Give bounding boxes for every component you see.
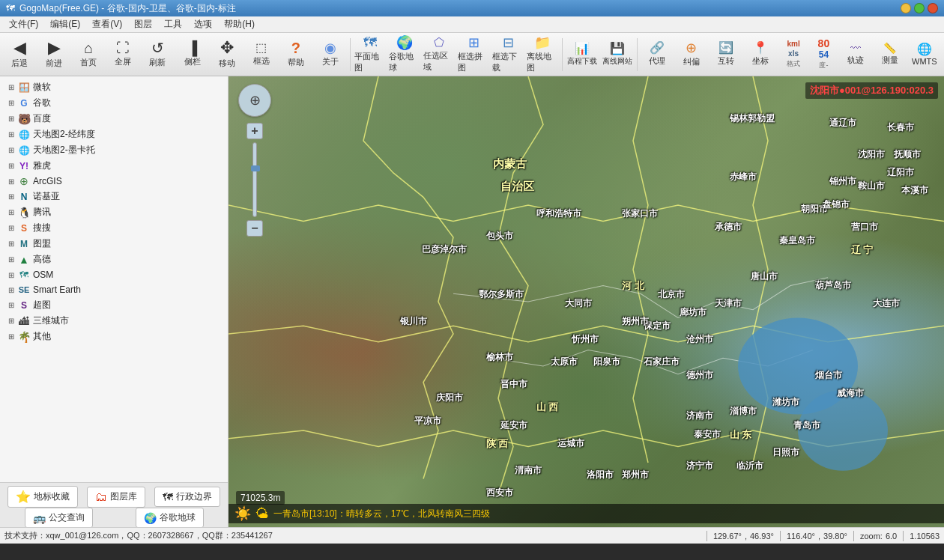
maplayer-button[interactable]: 🗂 图层库 (87, 487, 145, 508)
help-button[interactable]: ? 帮助 (279, 35, 312, 74)
tree-item-gaode[interactable]: ⊞ ▲ 高德 (0, 252, 228, 267)
kml-button[interactable]: kml xls 格式 (778, 35, 808, 74)
measure-button[interactable]: 📏 测量 (874, 35, 907, 74)
freeselect-icon: ⬠ (434, 37, 444, 49)
tree-item-skymap2-latlon[interactable]: ⊞ 🌐 天地图2-经纬度 (0, 127, 228, 142)
tree-item-osm[interactable]: ⊞ 🗺 OSM (0, 267, 228, 282)
tree-item-city3d[interactable]: ⊞ 🏙 三维城市 (0, 313, 228, 329)
track-icon: 〰 (850, 43, 861, 53)
freeselect-button[interactable]: ⬠ 任选区域 (423, 35, 456, 74)
proxy-button[interactable]: 🔗 代理 (641, 35, 674, 74)
skymap2-latlon-icon: 🌐 (18, 129, 30, 141)
zoom-slider[interactable] (252, 142, 257, 217)
wmts-label: WMTS (912, 57, 937, 66)
coord-display: 沈阳市●001@126.190:020.3 (805, 82, 938, 99)
tree-item-mapabc[interactable]: ⊞ M 图盟 (0, 236, 228, 252)
expand-icon: ⊞ (6, 284, 16, 295)
interact-button[interactable]: 🔄 互转 (709, 35, 742, 74)
compass-button[interactable]: ⊕ (238, 84, 271, 117)
expand-icon: ⊞ (6, 161, 16, 171)
weather-text: 一青岛市[13:10]：晴转多云，17℃，北风转南风三四级 (273, 508, 490, 520)
map-background (229, 76, 944, 527)
menu-options[interactable]: 选项 (188, 16, 218, 32)
tree-item-baidu[interactable]: ⊞ 🐻 百度 (0, 111, 228, 127)
zoom-slider-thumb (251, 165, 260, 171)
elev-button[interactable]: 📊 高程下载 (566, 35, 599, 74)
coord-button[interactable]: 📍 坐标 (744, 35, 777, 74)
coord-label: 坐标 (752, 55, 769, 67)
expand-icon: ⊞ (6, 192, 16, 202)
selecttile-button[interactable]: ⊞ 框选拼图 (457, 35, 490, 74)
home-button[interactable]: ⌂ 首页 (72, 35, 105, 74)
selecttile-icon: ⊞ (468, 36, 479, 49)
map-navigation: ⊕ + − (236, 84, 273, 237)
offline-button[interactable]: 💾 离线网站 (601, 35, 634, 74)
correct-button[interactable]: ⊕ 纠偏 (675, 35, 708, 74)
offlinemap-button[interactable]: 📁 离线地图 (526, 35, 559, 74)
sidebar: ⊞ 🪟 微软 ⊞ G 谷歌 ⊞ 🐻 百度 ⊞ 🌐 天地图2-经纬度 ⊞ (0, 76, 229, 527)
tree-item-wesoft[interactable]: ⊞ 🪟 微软 (0, 79, 228, 95)
tree-item-yahoo[interactable]: ⊞ Y! 雅虎 (0, 158, 228, 174)
tree-item-supermap[interactable]: ⊞ S 超图 (0, 297, 228, 313)
num-80: 80 (818, 38, 830, 49)
status-sep-3 (853, 531, 854, 541)
flatmap-button[interactable]: 🗺 平面地图 (354, 35, 387, 74)
boundary-button[interactable]: 🗺 行政边界 (154, 487, 220, 507)
tree-item-arcgis[interactable]: ⊞ ⊕ ArcGIS (0, 174, 228, 189)
expand-icon: ⊞ (6, 316, 16, 326)
scale-bar: 71025.3m (236, 491, 285, 505)
landmarks-button[interactable]: ⭐ 地标收藏 (7, 486, 78, 508)
window-controls (901, 3, 938, 13)
yahoo-label: 雅虎 (33, 159, 51, 172)
googleearth-button[interactable]: 🌍 谷歌地球 (388, 35, 421, 74)
others-icon: 🌴 (18, 331, 30, 343)
tree-item-google[interactable]: ⊞ G 谷歌 (0, 95, 228, 111)
googleearth2-button[interactable]: 🌍 谷歌地球 (136, 508, 204, 527)
select-button[interactable]: ⬚ 框选 (245, 35, 278, 74)
coords2-display: 116.40° , 39.80° (787, 532, 847, 541)
maximize-button[interactable] (914, 3, 925, 13)
googleearth-label: 谷歌地球 (389, 51, 420, 73)
status-sep-4 (903, 531, 904, 541)
refresh-label: 刷新 (149, 57, 166, 68)
measure-icon: 📏 (883, 43, 896, 53)
close-button[interactable] (928, 3, 938, 13)
track-button[interactable]: 〰 轨迹 (839, 35, 872, 74)
baidu-label: 百度 (33, 112, 51, 125)
tree-item-soso[interactable]: ⊞ S 搜搜 (0, 220, 228, 236)
sidebar-button[interactable]: ▐ 侧栏 (175, 35, 208, 74)
move-button[interactable]: ✥ 移动 (211, 35, 243, 74)
about-button[interactable]: ◉ 关于 (314, 35, 347, 74)
tree-item-others[interactable]: ⊞ 🌴 其他 (0, 329, 228, 344)
forward-button[interactable]: ▶ 前进 (37, 35, 70, 74)
refresh-button[interactable]: ↺ 刷新 (141, 35, 174, 74)
menu-help[interactable]: 帮助(H) (218, 16, 261, 32)
zoom-out-button[interactable]: − (246, 220, 263, 237)
fullscreen-button[interactable]: ⛶ 全屏 (106, 35, 139, 74)
wmts-button[interactable]: 🌐 WMTS (908, 35, 941, 74)
tree-item-smartearth[interactable]: ⊞ SE Smart Earth (0, 282, 228, 297)
menu-tools[interactable]: 工具 (158, 16, 188, 32)
menu-edit[interactable]: 编辑(E) (44, 16, 86, 32)
toolbar-sep-2 (562, 38, 563, 71)
help-label: 帮助 (288, 57, 304, 68)
sidebar-bottom: ⭐ 地标收藏 🗂 图层库 🗺 行政边界 🚌 公交查询 🌍 谷歌地球 (0, 482, 228, 527)
menu-layer[interactable]: 图层 (128, 16, 158, 32)
xls-label: xls (788, 49, 799, 58)
numbers-button[interactable]: 80 54 度- (810, 35, 837, 74)
tree-item-skymap2-mercator[interactable]: ⊞ 🌐 天地图2-墨卡托 (0, 142, 228, 158)
city3d-label: 三维城市 (33, 314, 69, 327)
transit-button[interactable]: 🚌 公交查询 (25, 508, 93, 527)
tree-item-nokia[interactable]: ⊞ N 诺基亚 (0, 189, 228, 204)
menu-file[interactable]: 文件(F) (3, 16, 44, 32)
minimize-button[interactable] (901, 3, 911, 13)
earth-icon: 🌍 (144, 512, 157, 524)
back-button[interactable]: ◀ 后退 (3, 35, 36, 74)
home-label: 首页 (80, 57, 97, 68)
zoom-in-button[interactable]: + (246, 123, 263, 139)
downloadtile-button[interactable]: ⊟ 框选下载 (491, 35, 524, 74)
tree-item-tencent[interactable]: ⊞ 🐧 腾讯 (0, 204, 228, 220)
map-container[interactable]: 内蒙古 自治区 北京市 廊坊市 天津市 唐山市 承德市 朝阳市 锦州市 通辽市 … (229, 76, 944, 527)
smartearth-label: Smart Earth (33, 284, 81, 295)
menu-view[interactable]: 查看(V) (86, 16, 128, 32)
